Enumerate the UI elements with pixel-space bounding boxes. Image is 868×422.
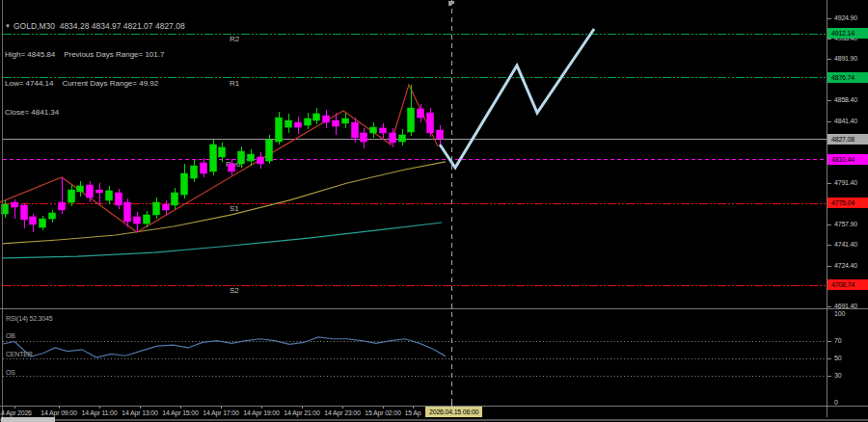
rsi-line <box>2 337 446 357</box>
bull-candle <box>153 202 160 215</box>
bull-candle <box>285 120 292 127</box>
bull-candle <box>305 119 312 125</box>
bear-candle <box>295 122 302 127</box>
bear-candle <box>229 164 235 171</box>
bull-candle <box>40 219 46 227</box>
bear-candle <box>418 109 424 118</box>
period-marker-icon[interactable] <box>448 1 454 4</box>
bear-candle <box>361 133 367 142</box>
projection-trendline <box>440 29 594 168</box>
bull-candle <box>181 173 188 195</box>
bull-candle <box>370 127 377 133</box>
bear-candle <box>437 130 444 139</box>
bull-candle <box>399 135 406 142</box>
bear-candle <box>352 122 359 138</box>
bull-candle <box>191 166 198 178</box>
bull-candle <box>266 140 273 161</box>
ma-fast-line <box>2 162 446 244</box>
bull-candle <box>408 108 415 132</box>
bull-candle <box>106 191 113 200</box>
bull-candle <box>77 186 84 192</box>
zigzag-line <box>0 85 438 232</box>
bear-candle <box>21 205 28 220</box>
bull-candle <box>68 190 75 202</box>
mt4-chart-window: R2 R1 Pivot S1 S2 ▼GOLD,M30 4834.28 4834… <box>0 0 868 422</box>
period-marker-icon[interactable] <box>448 4 451 6</box>
bear-candle <box>323 116 330 122</box>
horizontal-scrollbar-thumb[interactable] <box>1 417 55 422</box>
bear-candle <box>380 128 387 133</box>
chart-canvas[interactable] <box>0 0 868 422</box>
bear-candle <box>333 120 339 126</box>
bull-candle <box>313 114 320 120</box>
bull-candle <box>238 151 245 164</box>
bull-candle <box>276 118 283 142</box>
bear-candle <box>116 193 122 205</box>
bear-candle <box>30 217 37 224</box>
symbol-dropdown-icon[interactable]: ▼ <box>5 23 11 29</box>
bear-candle <box>134 217 141 224</box>
bull-candle <box>219 147 226 157</box>
bear-candle <box>390 133 396 143</box>
bull-candle <box>144 215 150 224</box>
bull-candle <box>49 213 56 219</box>
bull-candle <box>342 119 349 123</box>
bull-candle <box>172 193 178 205</box>
bear-candle <box>96 190 103 193</box>
bear-candle <box>87 185 94 198</box>
bear-candle <box>12 202 18 207</box>
ma-slow-line <box>2 223 442 258</box>
bull-candle <box>210 145 217 171</box>
bear-candle <box>201 163 207 173</box>
bear-candle <box>427 113 434 133</box>
bear-candle <box>124 202 131 222</box>
bear-candle <box>163 204 170 210</box>
bear-candle <box>59 202 66 210</box>
bull-candle <box>248 154 255 161</box>
bear-candle <box>258 157 264 164</box>
